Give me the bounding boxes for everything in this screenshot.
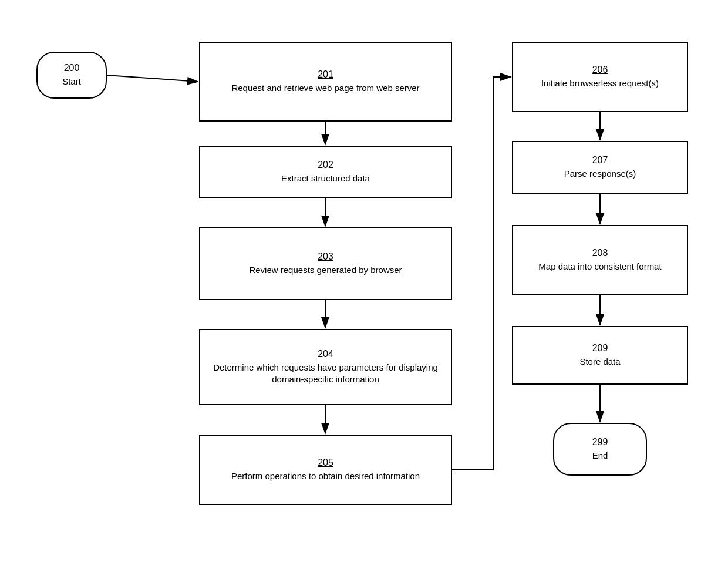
node-206: 206 Initiate browserless request(s) [512, 42, 688, 112]
node-201-label: Request and retrieve web page from web s… [231, 82, 419, 94]
node-205: 205 Perform operations to obtain desired… [199, 435, 452, 505]
node-205-label: Perform operations to obtain desired inf… [231, 470, 420, 482]
node-202-id: 202 [318, 160, 333, 170]
node-209: 209 Store data [512, 326, 688, 385]
arrow-205-206 [452, 77, 511, 470]
node-204-label: Determine which requests have parameters… [207, 362, 444, 386]
node-203-id: 203 [318, 251, 333, 262]
node-207: 207 Parse response(s) [512, 141, 688, 194]
node-206-label: Initiate browserless request(s) [541, 78, 659, 89]
node-204: 204 Determine which requests have parame… [199, 329, 452, 405]
node-204-id: 204 [318, 349, 333, 359]
node-200-id: 200 [64, 63, 80, 73]
node-299: 299 End [553, 423, 647, 476]
node-203: 203 Review requests generated by browser [199, 227, 452, 300]
node-209-label: Store data [579, 356, 620, 368]
node-208: 208 Map data into consistent format [512, 225, 688, 295]
flowchart-diagram: 200 Start 201 Request and retrieve web p… [0, 0, 728, 562]
node-202: 202 Extract structured data [199, 146, 452, 198]
node-299-id: 299 [592, 437, 608, 447]
node-299-label: End [592, 450, 608, 462]
node-206-id: 206 [592, 65, 608, 75]
node-201-id: 201 [318, 69, 333, 80]
node-203-label: Review requests generated by browser [249, 264, 402, 276]
node-208-label: Map data into consistent format [538, 261, 661, 272]
arrow-200-201 [107, 75, 198, 82]
node-207-label: Parse response(s) [564, 168, 636, 180]
node-200: 200 Start [36, 52, 107, 99]
node-208-id: 208 [592, 248, 608, 258]
node-201: 201 Request and retrieve web page from w… [199, 42, 452, 122]
node-205-id: 205 [318, 457, 333, 468]
node-209-id: 209 [592, 343, 608, 354]
node-202-label: Extract structured data [281, 173, 370, 184]
node-200-label: Start [62, 76, 81, 88]
node-207-id: 207 [592, 155, 608, 166]
